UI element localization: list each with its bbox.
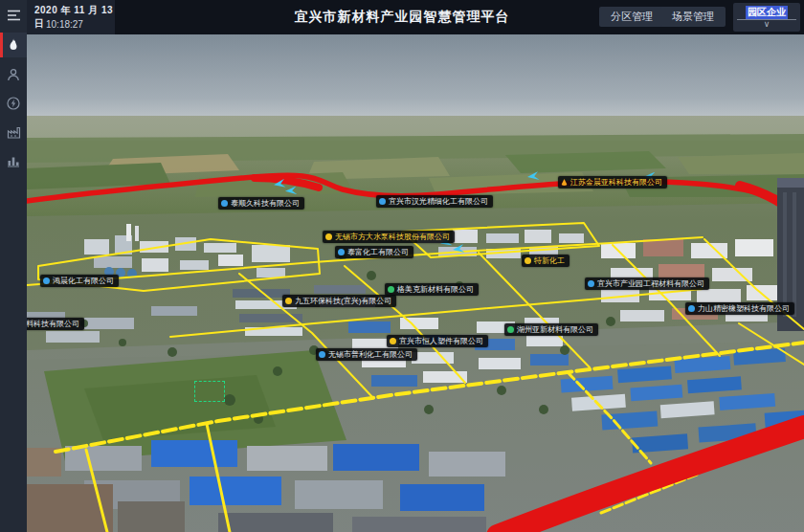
company-label[interactable]: 宜兴市汉光精细化工有限公司 <box>376 195 493 208</box>
company-label[interactable]: 无锡市普利化工有限公司 <box>316 348 417 361</box>
company-marker-icon <box>507 326 514 333</box>
company-label[interactable]: 江苏金晨亚科科技有限公司 <box>558 176 667 188</box>
zone-management-button[interactable]: 分区管理 <box>599 7 664 27</box>
company-marker-icon <box>688 305 695 312</box>
fire-icon[interactable] <box>0 33 27 57</box>
company-name: 九五环保科技(宜兴)有限公司 <box>295 296 391 306</box>
company-label[interactable]: 无锡市方大水泵科技股份有限公司 <box>323 231 455 243</box>
chart-icon[interactable] <box>0 149 27 172</box>
company-label[interactable]: 湖州亚新材料有限公司 <box>504 323 598 336</box>
company-name: 宜兴市汉光精细化工有限公司 <box>389 196 488 207</box>
company-marker-icon <box>285 298 292 304</box>
company-name: 无锡市普利化工有限公司 <box>328 349 413 360</box>
company-label[interactable]: 宜兴市恒人塑件有限公司 <box>387 335 488 347</box>
factory-icon[interactable] <box>0 121 27 144</box>
company-label[interactable]: 九五环保科技(宜兴)有限公司 <box>282 295 396 307</box>
dropdown-label: 园区企业 <box>746 6 788 19</box>
company-label[interactable]: 泰顺久科技有限公司 <box>218 197 304 210</box>
company-marker-icon <box>388 286 394 293</box>
smart-park-platform: 泰顺久科技有限公司 宜兴市汉光精细化工有限公司 江苏金晨亚科科技有限公司 无锡市… <box>0 0 804 532</box>
company-label[interactable]: 特新化工 <box>522 255 570 267</box>
company-name: 湖州亚新材料有限公司 <box>517 324 593 335</box>
company-marker-icon <box>221 200 228 207</box>
company-name: 格美克新材料有限公司 <box>397 284 474 295</box>
company-label[interactable]: 鸿晨化工有限公司 <box>40 275 119 287</box>
company-label[interactable]: 格美克新材料有限公司 <box>385 283 479 296</box>
scene-management-button[interactable]: 场景管理 <box>660 7 726 27</box>
company-marker-icon <box>325 233 332 240</box>
company-name: 宜兴市产业园工程材料有限公司 <box>597 278 704 289</box>
company-name: 宜兴市恒人塑件有限公司 <box>399 336 483 346</box>
selection-box <box>194 381 225 402</box>
company-label[interactable]: 力山精密橡塑科技有限公司 <box>685 302 794 315</box>
company-marker-icon <box>379 198 386 205</box>
company-name: 泰顺久科技有限公司 <box>231 198 300 209</box>
left-sidebar <box>0 0 27 532</box>
company-name: 泰富化工有限公司 <box>347 247 409 257</box>
company-marker-icon <box>525 257 531 264</box>
company-marker-icon <box>588 280 594 287</box>
company-label[interactable]: 泰富化工有限公司 <box>335 246 413 258</box>
warehouses-foreground <box>27 440 505 532</box>
company-name: 鸿晨化工有限公司 <box>53 276 114 286</box>
power-icon[interactable] <box>0 92 27 115</box>
top-bar: 2020 年 11 月 13 日 10:18:27 宜兴市新材料产业园智慧管理平… <box>0 0 804 34</box>
company-name: 无锡市方大水泵科技股份有限公司 <box>335 232 450 242</box>
company-name: 特新化工 <box>534 255 565 266</box>
company-marker-icon <box>390 338 396 344</box>
chevron-down-icon: ∨ <box>733 19 800 29</box>
company-marker-icon <box>338 249 345 255</box>
company-marker-icon <box>43 277 50 284</box>
menu-icon[interactable] <box>0 4 27 27</box>
company-marker-icon <box>319 351 325 358</box>
park-enterprise-dropdown[interactable]: 园区企业 ∨ <box>733 3 800 32</box>
user-icon[interactable] <box>0 63 27 86</box>
company-label[interactable]: 宜兴市产业园工程材料有限公司 <box>585 277 709 290</box>
company-name: 江苏金晨亚科科技有限公司 <box>570 177 662 188</box>
company-marker-icon <box>561 179 568 186</box>
company-name: 力山精密橡塑科技有限公司 <box>698 303 790 314</box>
